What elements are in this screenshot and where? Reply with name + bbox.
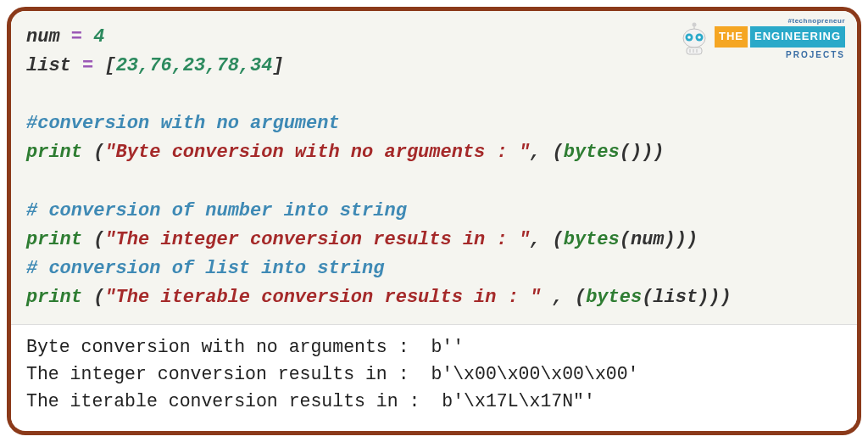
logo-main: THE ENGINEERING <box>715 26 845 47</box>
output-area: Byte conversion with no arguments : b'' … <box>11 325 857 428</box>
code-example-frame: #technopreneur THE ENGINEERING PROJECTS … <box>7 7 861 435</box>
code-line-5: print ("Byte conversion with no argument… <box>26 138 842 167</box>
output-line-3: The iterable conversion results in : b'\… <box>26 388 842 415</box>
code-line-8: print ("The integer conversion results i… <box>26 226 842 255</box>
output-line-2: The integer conversion results in : b'\x… <box>26 361 842 388</box>
code-area: #technopreneur THE ENGINEERING PROJECTS … <box>11 11 857 325</box>
svg-rect-7 <box>687 48 702 54</box>
svg-point-0 <box>692 22 696 26</box>
svg-point-4 <box>687 36 691 39</box>
logo-projects: PROJECTS <box>786 48 845 62</box>
robot-icon <box>679 21 709 57</box>
logo-engineering: ENGINEERING <box>750 26 845 47</box>
logo-tagline: #technopreneur <box>788 16 845 26</box>
brand-logo: #technopreneur THE ENGINEERING PROJECTS <box>679 16 845 61</box>
svg-point-6 <box>698 36 701 39</box>
code-line-7: # conversion of number into string <box>26 197 842 226</box>
code-line-4: #conversion with no argument <box>26 109 842 138</box>
blank-line <box>26 167 842 196</box>
logo-the: THE <box>715 26 748 47</box>
code-line-9: # conversion of list into string <box>26 255 842 283</box>
output-line-1: Byte conversion with no arguments : b'' <box>26 333 842 361</box>
code-line-10: print ("The iterable conversion results … <box>26 283 842 312</box>
blank-line <box>26 81 842 109</box>
